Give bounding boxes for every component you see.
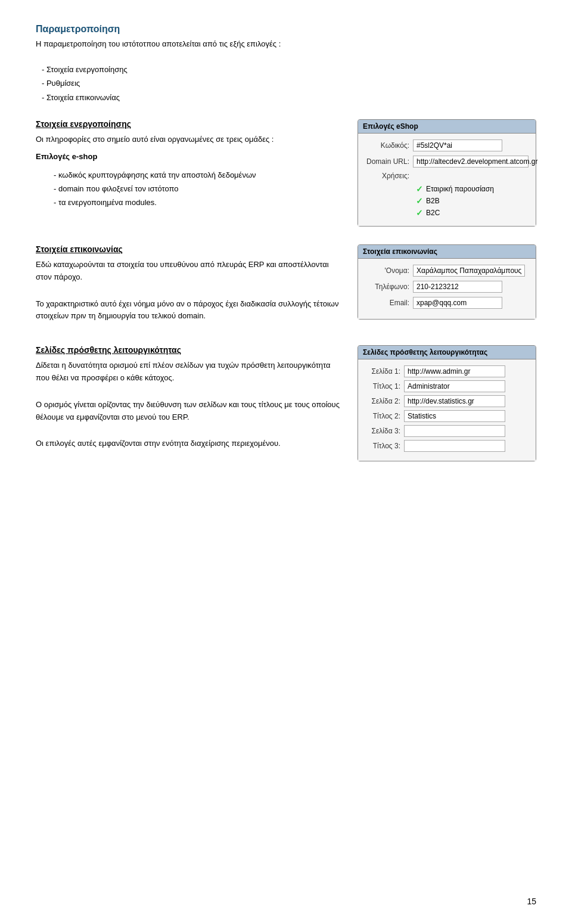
check-label-2: B2B xyxy=(426,197,440,205)
selida3-label: Σελίδα 3: xyxy=(365,427,404,435)
pages-text-3: Οι επιλογές αυτές εμφανίζονται στην ενότ… xyxy=(36,438,340,450)
contact-name-value: Χαράλαμπος Παπαχαραλάμπους xyxy=(413,265,525,277)
check-icon-2: ✓ xyxy=(416,196,423,206)
contact-email-value: xpap@qqq.com xyxy=(413,297,502,309)
contact-phone-label: Τηλέφωνο: xyxy=(365,283,413,291)
selida3-row: Σελίδα 3: xyxy=(365,425,529,437)
pages-panel-title: Σελίδες πρόσθετης λειτουργικότητας xyxy=(358,346,536,359)
bullet-2: Ρυθμίσεις xyxy=(42,76,536,90)
activation-bold-label: Επιλογές e-shop xyxy=(36,152,97,161)
selida1-row: Σελίδα 1: http://www.admin.gr xyxy=(365,365,529,377)
act-bullet-1: κωδικός κρυπτογράφησης κατά την αποστολή… xyxy=(54,168,340,182)
contact-panel: Στοιχεία επικοινωνίας 'Ονομα: Χαράλαμπος… xyxy=(358,244,536,320)
contact-text-1: Εδώ καταχωρούνται τα στοιχεία του υπευθύ… xyxy=(36,259,340,284)
pages-text-2: Ο ορισμός γίνεται ορίζοντας την διεύθυνσ… xyxy=(36,399,340,424)
selida2-row: Σελίδα 2: http://dev.statistics.gr xyxy=(365,395,529,407)
intro-text: Η παραμετροποίηση του ιστότοτπου αποτελε… xyxy=(36,38,536,51)
contact-phone-row: Τηλέφωνο: 210-2123212 xyxy=(365,281,529,293)
contact-text-2: Το χαρακτηριστικό αυτό έχει νόημα μόνο α… xyxy=(36,298,340,323)
bullet-3: Στοιχεία επικοινωνίας xyxy=(42,91,536,104)
pages-panel: Σελίδες πρόσθετης λειτουργικότητας Σελίδ… xyxy=(358,345,536,461)
check-icon-1: ✓ xyxy=(416,184,423,194)
activation-text: Στοιχεία ενεργοποίησης Οι πληροφορίες στ… xyxy=(36,119,340,210)
contact-heading: Στοιχεία επικοινωνίας xyxy=(36,244,340,254)
page-number: 15 xyxy=(527,897,536,906)
eshop-code-value: #5sl2QV*ai xyxy=(413,139,502,151)
contact-email-label: Email: xyxy=(365,299,413,307)
contact-section-row: Στοιχεία επικοινωνίας Εδώ καταχωρούνται … xyxy=(36,244,536,327)
eshop-xrhseis-row: Χρήσεις: xyxy=(365,172,529,180)
bullet-1: Στοιχεία ενεργοποίησης xyxy=(42,63,536,76)
eshop-check-1: ✓ Εταιρική παρουσίαση xyxy=(416,184,529,194)
intro-bullets: Στοιχεία ενεργοποίησης Ρυθμίσεις Στοιχεί… xyxy=(36,63,536,104)
contact-text: Στοιχεία επικοινωνίας Εδώ καταχωρούνται … xyxy=(36,244,340,327)
eshop-code-row: Κωδικός: #5sl2QV*ai xyxy=(365,139,529,151)
eshop-xrhseis-label: Χρήσεις: xyxy=(365,172,413,180)
pages-text-1: Δίδεται η δυνατότητα ορισμού επί πλέον σ… xyxy=(36,359,340,385)
activation-intro: Οι πληροφορίες στο σημείο αυτό είναι οργ… xyxy=(36,134,340,146)
pages-heading: Σελίδες πρόσθετης λειτουργικότητας xyxy=(36,345,340,355)
activation-bullets: κωδικός κρυπτογράφησης κατά την αποστολή… xyxy=(48,168,340,210)
titlos3-value xyxy=(404,440,505,452)
contact-email-row: Email: xpap@qqq.com xyxy=(365,297,529,309)
selida2-label: Σελίδα 2: xyxy=(365,397,404,405)
pages-panel-body: Σελίδα 1: http://www.admin.gr Τίτλος 1: … xyxy=(358,359,536,461)
intro-block: Παραμετροποίηση Η παραμετροποίηση του ισ… xyxy=(36,24,536,104)
contact-panel-title: Στοιχεία επικοινωνίας xyxy=(358,245,536,259)
eshop-panel-body: Κωδικός: #5sl2QV*ai Domain URL: http://a… xyxy=(358,134,536,226)
main-heading: Παραμετροποίηση xyxy=(36,24,536,35)
eshop-domain-label: Domain URL: xyxy=(365,157,413,166)
titlos2-row: Τίτλος 2: Statistics xyxy=(365,410,529,422)
contact-name-row: 'Ονομα: Χαράλαμπος Παπαχαραλάμπους xyxy=(365,265,529,277)
titlos2-value: Statistics xyxy=(404,410,505,422)
check-label-1: Εταιρική παρουσίαση xyxy=(426,185,494,193)
activation-section-row: Στοιχεία ενεργοποίησης Οι πληροφορίες στ… xyxy=(36,119,536,227)
eshop-check-2: ✓ B2B xyxy=(416,196,529,206)
titlos3-label: Τίτλος 3: xyxy=(365,442,404,450)
selida1-value: http://www.admin.gr xyxy=(404,365,505,377)
titlos1-value: Administrator xyxy=(404,380,505,392)
titlos3-row: Τίτλος 3: xyxy=(365,440,529,452)
selida2-value: http://dev.statistics.gr xyxy=(404,395,505,407)
activation-heading: Στοιχεία ενεργοποίησης xyxy=(36,119,340,129)
pages-section-row: Σελίδες πρόσθετης λειτουργικότητας Δίδετ… xyxy=(36,345,536,461)
selida3-value xyxy=(404,425,505,437)
eshop-check-3: ✓ B2C xyxy=(416,208,529,218)
eshop-domain-row: Domain URL: http://altecdev2.development… xyxy=(365,156,529,168)
pages-text: Σελίδες πρόσθετης λειτουργικότητας Δίδετ… xyxy=(36,345,340,455)
act-bullet-3: τα ενεργοποιημένα modules. xyxy=(54,196,340,209)
act-bullet-2: domain που φιλοξενεί τον ιστότοπο xyxy=(54,182,340,196)
titlos1-label: Τίτλος 1: xyxy=(365,382,404,390)
check-icon-3: ✓ xyxy=(416,208,423,218)
eshop-code-label: Κωδικός: xyxy=(365,141,413,150)
titlos2-label: Τίτλος 2: xyxy=(365,412,404,420)
selida1-label: Σελίδα 1: xyxy=(365,367,404,376)
eshop-panel: Επιλογές eShop Κωδικός: #5sl2QV*ai Domai… xyxy=(358,119,536,227)
contact-name-label: 'Ονομα: xyxy=(365,266,413,275)
contact-panel-body: 'Ονομα: Χαράλαμπος Παπαχαραλάμπους Τηλέφ… xyxy=(358,259,536,319)
check-label-3: B2C xyxy=(426,209,440,217)
contact-phone-value: 210-2123212 xyxy=(413,281,502,293)
eshop-panel-title: Επιλογές eShop xyxy=(358,120,536,134)
titlos1-row: Τίτλος 1: Administrator xyxy=(365,380,529,392)
eshop-domain-value: http://altecdev2.development.atcom.gr xyxy=(413,156,529,168)
